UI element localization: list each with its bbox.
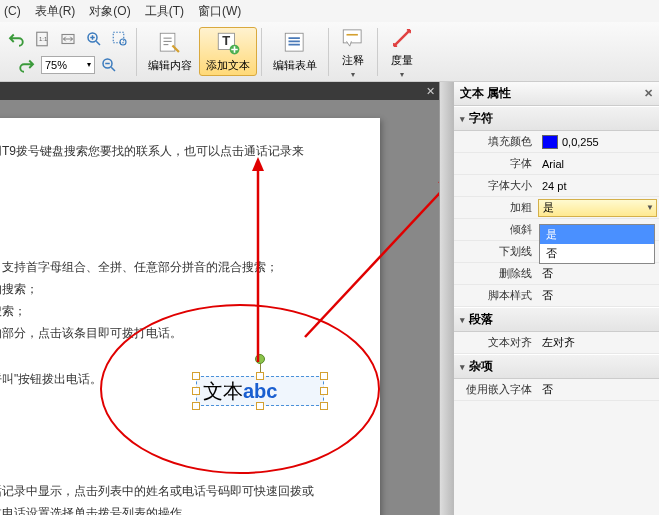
svg-rect-7 (160, 33, 175, 51)
bold-dropdown[interactable]: 是▼ (538, 199, 657, 217)
text-object[interactable]: 文本abc (196, 376, 324, 406)
script-value[interactable]: 否 (538, 288, 659, 303)
doc-text: 的搜索； (0, 280, 370, 298)
marquee-zoom-icon[interactable] (108, 27, 132, 51)
prop-label: 下划线 (454, 244, 538, 259)
scrollbar[interactable] (439, 82, 453, 515)
resize-handle[interactable] (192, 402, 200, 410)
close-panel-icon[interactable]: ✕ (644, 87, 653, 100)
doc-text: " (0, 406, 370, 424)
properties-panel: 文本 属性 ✕ 字符 填充颜色 0,0,255 字体 Arial 字体大小 24… (453, 82, 659, 515)
svg-rect-4 (113, 32, 124, 43)
section-char[interactable]: 字符 (454, 106, 659, 131)
document-area[interactable]: ✕ 用T9拨号键盘搜索您要找的联系人，也可以点击通话记录来 ，支持首字母组合、全… (0, 82, 439, 515)
prop-label: 字体大小 (454, 178, 538, 193)
section-misc[interactable]: 杂项 (454, 354, 659, 379)
prop-label: 加粗 (454, 200, 538, 215)
resize-handle[interactable] (320, 372, 328, 380)
zoom-input[interactable]: 75%▾ (41, 56, 95, 74)
svg-text:T: T (222, 33, 230, 48)
zoom-out-icon[interactable] (97, 53, 121, 77)
resize-handle[interactable] (192, 387, 200, 395)
prop-label: 字体 (454, 156, 538, 171)
size-value[interactable]: 24 pt (538, 180, 659, 192)
menu-window[interactable]: 窗口(W) (198, 3, 241, 20)
resize-handle[interactable] (256, 402, 264, 410)
menu-c[interactable]: (C) (4, 4, 21, 18)
redo-icon[interactable] (15, 53, 39, 77)
resize-handle[interactable] (320, 402, 328, 410)
menu-table[interactable]: 表单(R) (35, 3, 76, 20)
tab-bar: ✕ (0, 82, 439, 100)
svg-point-5 (120, 39, 126, 45)
edit-form-button[interactable]: 编辑表单 (266, 27, 324, 76)
resize-handle[interactable] (320, 387, 328, 395)
doc-text: 话记录中显示，点击列表中的姓名或电话号码即可快速回拨或 (0, 482, 370, 500)
rotate-handle[interactable] (255, 354, 265, 364)
doc-text: 过电话设置选择单击拨号列表的操作。 (0, 504, 370, 515)
text-content: abc (243, 380, 277, 403)
prop-label: 使用嵌入字体 (454, 382, 538, 397)
dropdown-option[interactable]: 否 (540, 244, 654, 263)
doc-text: 的部分，点击该条目即可拨打电话。 (0, 324, 370, 342)
svg-text:1:1: 1:1 (39, 35, 48, 41)
resize-handle[interactable] (192, 372, 200, 380)
undo-icon[interactable] (4, 27, 28, 51)
resize-handle[interactable] (256, 372, 264, 380)
strike-value[interactable]: 否 (538, 266, 659, 281)
menu-object[interactable]: 对象(O) (89, 3, 130, 20)
doc-text: 用T9拨号键盘搜索您要找的联系人，也可以点击通话记录来 (0, 142, 370, 160)
page: 用T9拨号键盘搜索您要找的联系人，也可以点击通话记录来 ，支持首字母组合、全拼、… (0, 118, 380, 515)
align-value[interactable]: 左对齐 (538, 335, 659, 350)
panel-title: 文本 属性 (460, 85, 511, 102)
measure-button[interactable]: 度量 ▾ (382, 22, 422, 82)
annotate-button[interactable]: 注释 ▾ (333, 22, 373, 82)
fill-color-value[interactable]: 0,0,255 (538, 135, 659, 149)
add-text-button[interactable]: T 添加文本 (199, 27, 257, 76)
prop-label: 填充颜色 (454, 134, 538, 149)
dropdown-option[interactable]: 是 (540, 225, 654, 244)
svg-rect-12 (343, 29, 361, 42)
embed-value[interactable]: 否 (538, 382, 659, 397)
fit-width-icon[interactable] (56, 27, 80, 51)
menu-tool[interactable]: 工具(T) (145, 3, 184, 20)
doc-text: ，支持首字母组合、全拼、任意部分拼音的混合搜索； (0, 258, 370, 276)
doc-text: 搜索； (0, 302, 370, 320)
font-value[interactable]: Arial (538, 158, 659, 170)
text-content: 文本 (203, 378, 243, 405)
bold-dropdown-list[interactable]: 是 否 (539, 224, 655, 264)
zoom-in-icon[interactable] (82, 27, 106, 51)
section-para[interactable]: 段落 (454, 307, 659, 332)
color-swatch[interactable] (542, 135, 558, 149)
prop-label: 脚本样式 (454, 288, 538, 303)
prop-label: 倾斜 (454, 222, 538, 237)
prop-label: 删除线 (454, 266, 538, 281)
close-tab-icon[interactable]: ✕ (426, 85, 435, 98)
edit-content-button[interactable]: 编辑内容 (141, 27, 199, 76)
fit-page-icon[interactable]: 1:1 (30, 27, 54, 51)
prop-label: 文本对齐 (454, 335, 538, 350)
